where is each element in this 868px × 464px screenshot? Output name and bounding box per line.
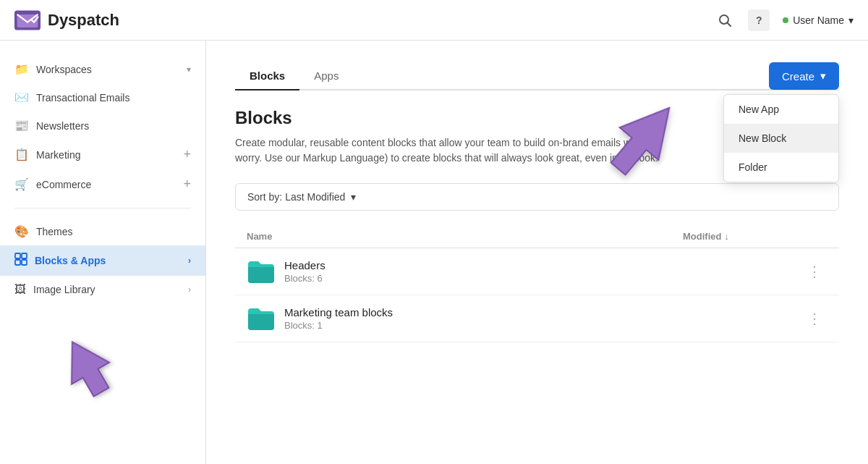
sidebar-item-transactional-emails[interactable]: ✉️ Transactional Emails — [0, 83, 205, 111]
sidebar-arrow-annotation — [43, 331, 130, 406]
top-navigation: Dyspatch ? User Name ▾ — [0, 0, 868, 41]
newsletters-label: Newsletters — [36, 120, 191, 132]
modified-sort-icon: ↓ — [724, 231, 729, 242]
help-icon: ? — [756, 14, 762, 26]
sidebar-section-1: ✉️ Transactional Emails 📰 Newsletters 📋 … — [0, 83, 205, 199]
workspaces-chevron-icon: ▾ — [187, 64, 191, 75]
user-name: User Name — [793, 14, 844, 26]
svg-rect-7 — [22, 260, 27, 265]
marketing-add-icon: + — [183, 147, 191, 162]
transactional-emails-label: Transactional Emails — [36, 92, 191, 104]
table-body: Headers Blocks: 6 ⋮ Marketing team block… — [235, 248, 839, 342]
newsletters-icon: 📰 — [14, 119, 29, 132]
brand-name: Dyspatch — [48, 11, 119, 30]
svg-rect-5 — [22, 253, 27, 258]
search-icon — [718, 13, 732, 28]
blocks-apps-svg — [14, 253, 27, 266]
table-row: Marketing team blocks Blocks: 1 ⋮ — [235, 295, 839, 342]
row-name: Headers — [284, 259, 793, 271]
folder-icon — [247, 305, 276, 332]
tabs-bar: Blocks Apps — [235, 62, 839, 90]
marketing-label: Marketing — [36, 149, 176, 161]
row-actions-button[interactable]: ⋮ — [801, 307, 827, 330]
workspaces-icon: 📁 — [14, 62, 29, 76]
sidebar-item-ecommerce[interactable]: 🛒 eCommerce + — [0, 169, 205, 199]
create-button[interactable]: Create ▾ — [769, 62, 839, 90]
svg-marker-8 — [54, 331, 120, 402]
dropdown-new-block[interactable]: New Block — [724, 124, 838, 153]
sidebar-item-blocks-apps[interactable]: Blocks & Apps › — [0, 245, 205, 276]
table-row: Headers Blocks: 6 ⋮ — [235, 248, 839, 295]
sidebar: 📁 Workspaces ▾ ✉️ Transactional Emails 📰… — [0, 41, 206, 464]
table-header: Name Modified ↓ — [235, 225, 839, 248]
sort-bar[interactable]: Sort by: Last Modified ▾ — [235, 183, 839, 211]
sort-chevron-icon: ▾ — [351, 191, 356, 203]
row-name: Marketing team blocks — [284, 306, 793, 319]
svg-line-3 — [728, 22, 731, 26]
tab-blocks[interactable]: Blocks — [235, 62, 299, 90]
marketing-icon: 📋 — [14, 148, 29, 161]
create-dropdown: New App New Block Folder — [723, 94, 839, 182]
transactional-emails-icon: ✉️ — [14, 90, 29, 104]
row-info: Marketing team blocks Blocks: 1 — [284, 306, 793, 331]
sidebar-section-2: 🎨 Themes Blocks & Apps › 🖼 Image Libra — [0, 217, 205, 303]
blocks-apps-label: Blocks & Apps — [35, 255, 181, 266]
dropdown-folder[interactable]: Folder — [724, 153, 838, 182]
user-status-dot — [783, 17, 788, 23]
row-sub: Blocks: 1 — [284, 320, 793, 331]
image-library-icon: 🖼 — [14, 283, 26, 296]
user-chevron-icon: ▾ — [848, 14, 854, 26]
search-button[interactable] — [715, 10, 735, 30]
col-name-header: Name — [247, 231, 683, 242]
create-label: Create — [782, 70, 814, 83]
workspaces-label: Workspaces — [36, 64, 179, 75]
sidebar-item-newsletters[interactable]: 📰 Newsletters — [0, 111, 205, 140]
user-menu-button[interactable]: User Name ▾ — [783, 14, 854, 26]
sort-label: Sort by: Last Modified — [247, 191, 345, 203]
sidebar-divider — [14, 208, 191, 208]
themes-label: Themes — [36, 226, 191, 237]
create-area: Create ▾ New App New Block Folder — [769, 62, 839, 90]
themes-icon: 🎨 — [14, 224, 29, 238]
col-modified-header: Modified ↓ — [683, 231, 827, 242]
create-chevron-icon: ▾ — [820, 69, 826, 83]
main-content: Blocks Apps Create ▾ New App New Block — [206, 41, 868, 464]
ecommerce-add-icon: + — [183, 177, 191, 192]
row-actions-button[interactable]: ⋮ — [801, 260, 827, 283]
ecommerce-icon: 🛒 — [14, 177, 29, 191]
row-info: Headers Blocks: 6 — [284, 259, 793, 284]
ecommerce-label: eCommerce — [36, 179, 176, 190]
dropdown-new-app[interactable]: New App — [724, 95, 838, 124]
logo[interactable]: Dyspatch — [14, 10, 119, 30]
help-button[interactable]: ? — [748, 9, 770, 31]
sidebar-item-workspaces[interactable]: 📁 Workspaces ▾ — [0, 55, 205, 83]
tab-apps[interactable]: Apps — [299, 62, 353, 90]
image-library-label: Image Library — [33, 284, 181, 295]
blocks-apps-icon — [14, 253, 27, 269]
logo-icon — [14, 10, 41, 30]
blocks-apps-chevron-icon: › — [188, 256, 191, 266]
sidebar-item-image-library[interactable]: 🖼 Image Library › — [0, 276, 205, 303]
folder-icon — [247, 258, 276, 284]
topnav-right: ? User Name ▾ — [715, 9, 854, 31]
svg-rect-6 — [15, 260, 20, 265]
sidebar-item-themes[interactable]: 🎨 Themes — [0, 217, 205, 245]
image-library-chevron-icon: › — [188, 284, 191, 295]
row-sub: Blocks: 6 — [284, 273, 793, 284]
sidebar-item-marketing[interactable]: 📋 Marketing + — [0, 140, 205, 169]
svg-rect-4 — [15, 253, 20, 258]
main-layout: 📁 Workspaces ▾ ✉️ Transactional Emails 📰… — [0, 41, 868, 464]
